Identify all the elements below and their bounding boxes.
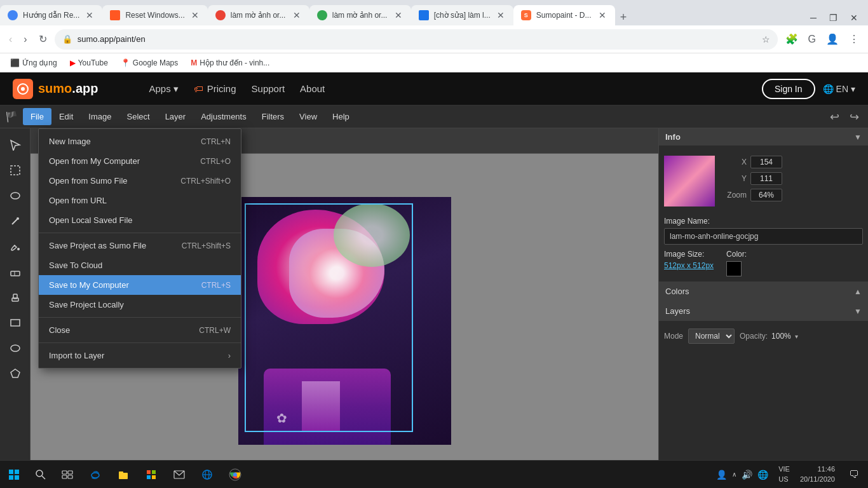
tab-close-3[interactable]: ✕ [292,10,302,20]
menu-select[interactable]: Select [119,108,158,125]
layers-collapse-icon[interactable]: ▼ [854,307,862,316]
nav-apps[interactable]: Apps ▾ [149,83,178,95]
menu-layer[interactable]: Layer [158,108,194,125]
canvas-image[interactable]: ✿ [238,197,451,445]
notification-button[interactable]: 🗨 [840,461,868,489]
marquee-tool[interactable] [4,159,27,182]
menu-save-sumo[interactable]: Save Project as Sumo File CTRL+Shift+S [39,236,241,255]
menu-import-layer[interactable]: Import to Layer › [39,346,241,365]
layers-section-header[interactable]: Layers ▼ [659,301,868,321]
menu-open-sumo[interactable]: Open from Sumo File CTRL+Shift+O [39,171,241,191]
restore-button[interactable]: ❐ [824,10,843,25]
bookmark-star-icon[interactable]: ☆ [762,34,770,44]
nav-support[interactable]: Support [252,83,285,94]
menu-save-locally[interactable]: Save Project Locally [39,295,241,315]
tab-close-2[interactable]: ✕ [190,10,200,20]
forward-button[interactable]: › [20,31,31,48]
tray-person-icon[interactable]: 👤 [716,470,727,480]
tray-network-icon[interactable]: 🌐 [757,470,768,480]
edge-taskbar-icon[interactable] [81,461,109,489]
color-swatch[interactable] [726,261,742,276]
ie-icon[interactable] [193,461,221,489]
browser-tab-5[interactable]: [chờ sửa] làm l... ✕ [411,5,513,25]
image-name-input[interactable] [664,228,863,245]
menu-new-image[interactable]: New Image CTRL+N [39,132,241,151]
flag-icon[interactable]: 🏴 [5,111,18,123]
info-collapse-icon[interactable]: ▼ [854,133,862,142]
svg-rect-20 [62,471,67,474]
lasso-tool[interactable] [4,184,27,207]
undo-button[interactable]: ↩ [826,109,843,125]
size-value[interactable]: 512px x 512px [664,261,714,270]
menu-help[interactable]: Help [325,108,357,125]
search-button[interactable] [29,463,52,486]
tray-expand-icon[interactable]: ∧ [732,471,736,478]
eyedropper-tool[interactable] [4,210,27,233]
menu-close[interactable]: Close CTRL+W [39,320,241,340]
bookmark-youtube[interactable]: ▶ YouTube [65,57,113,69]
browser-tab-6[interactable]: S Sumopaint - D... ✕ [513,5,615,25]
tab-close-6[interactable]: ✕ [597,10,607,20]
tab-close-4[interactable]: ✕ [393,10,403,20]
tab-close-1[interactable]: ✕ [85,10,95,20]
menu-edit[interactable]: Edit [51,108,81,125]
paint-bucket-tool[interactable] [4,235,27,258]
menu-filters[interactable]: Filters [254,108,292,125]
browser-tab-1[interactable]: Hướng dẫn Re... ✕ [0,5,102,25]
address-bar[interactable]: 🔒 sumo.app/paint/en ☆ [55,29,778,50]
nav-pricing[interactable]: 🏷 Pricing [194,83,236,94]
browser-tab-3[interactable]: làm mờ ảnh or... ✕ [208,5,309,25]
minimize-button[interactable]: ─ [805,10,822,25]
bookmark-apps[interactable]: ⬛ Ứng dụng [5,57,62,69]
bookmark-gmail[interactable]: M Hộp thư đến - vinh... [186,57,275,69]
ellipse-tool[interactable] [4,337,27,360]
task-view-button[interactable] [53,461,81,489]
opacity-chevron-icon[interactable]: ▾ [795,333,798,340]
profile-button[interactable]: 👤 [822,30,843,48]
colors-section-header[interactable]: Colors ▲ [659,281,868,301]
back-button[interactable]: ‹ [5,31,16,48]
menu-open-local[interactable]: Open Local Saved File [39,210,241,230]
browser-tab-2[interactable]: Reset Windows... ✕ [102,5,207,25]
bookmark-maps[interactable]: 📍 Google Maps [116,57,183,69]
stamp-tool[interactable] [4,286,27,309]
polygon-tool[interactable] [4,362,27,385]
nav-apps-label: Apps [149,83,170,94]
file-explorer-icon[interactable] [109,461,137,489]
mode-select[interactable]: Normal [688,329,735,344]
translate-icon[interactable]: G [804,31,820,48]
rectangle-tool[interactable] [4,311,27,334]
menu-adjustments[interactable]: Adjustments [193,108,254,125]
taskbar-clock[interactable]: VIEUS [773,464,795,484]
extensions-button[interactable]: 🧩 [782,30,802,48]
mail-icon[interactable] [165,461,193,489]
menu-open-computer[interactable]: Open from My Computer CTRL+O [39,151,241,171]
info-title: Info [665,132,681,142]
x-value: 154 [750,156,782,168]
nav-about[interactable]: About [300,83,325,94]
close-window-button[interactable]: ✕ [845,10,863,25]
menu-image[interactable]: Image [81,108,119,125]
menu-save-cloud[interactable]: Save To Cloud [39,255,241,275]
language-selector[interactable]: 🌐 EN ▾ [823,84,855,94]
store-icon[interactable] [137,461,165,489]
select-tool[interactable] [4,133,27,156]
redo-button[interactable]: ↪ [846,109,863,125]
start-button[interactable] [0,461,28,489]
menu-open-url[interactable]: Open from URL [39,191,241,210]
sumo-logo[interactable]: sumo.app [13,79,98,99]
info-section-header[interactable]: Info ▼ [659,128,868,146]
sign-in-button[interactable]: Sign In [762,79,815,99]
tab-close-5[interactable]: ✕ [496,10,506,20]
tray-speaker-icon[interactable]: 🔊 [742,470,752,480]
menu-view[interactable]: View [292,108,325,125]
eraser-tool[interactable] [4,261,27,283]
menu-button[interactable]: ⋮ [845,30,863,48]
menu-save-computer[interactable]: Save to My Computer CTRL+S [39,275,241,295]
chrome-icon[interactable] [221,461,249,489]
refresh-button[interactable]: ↻ [35,30,51,48]
new-tab-button[interactable]: + [615,11,632,24]
menu-file[interactable]: File [23,108,51,125]
colors-collapse-icon[interactable]: ▲ [854,287,862,296]
browser-tab-4[interactable]: làm mờ ảnh or... ✕ [309,5,411,25]
